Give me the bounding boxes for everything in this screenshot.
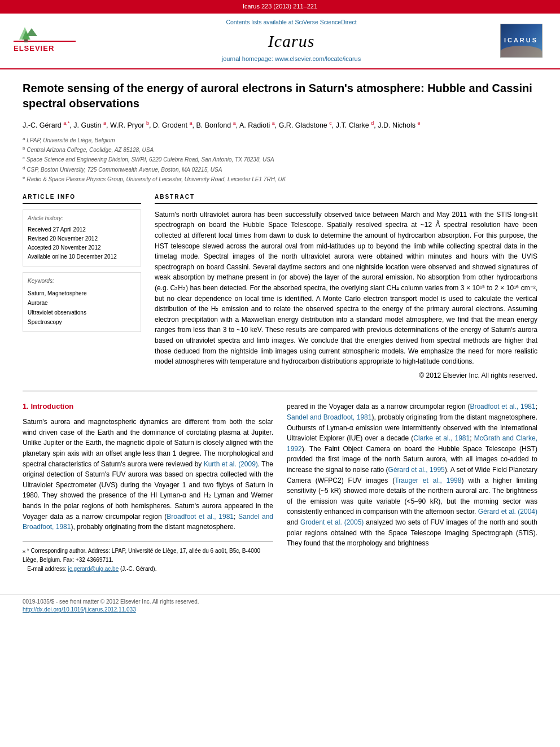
- icarus-logo-image: ICARUS: [500, 24, 542, 58]
- icarus-logo-box: ICARUS: [496, 24, 546, 58]
- intro-left-text: Saturn's aurora and magnetospheric dynam…: [23, 417, 273, 532]
- ref-kurth-2009[interactable]: Kurth et al. (2009): [204, 460, 258, 468]
- abstract-text-content: Saturn's north ultraviolet aurora has be…: [155, 211, 537, 365]
- ref-gerard-1995[interactable]: Gérard et al., 1995: [388, 466, 445, 474]
- authors-line: J.-C. Gérard a,*, J. Gustin a, W.R. Pryo…: [23, 119, 537, 131]
- body-right-col: peared in the Voyager data as a narrow c…: [287, 401, 537, 573]
- main-content: Remote sensing of the energy of auroral …: [0, 69, 560, 585]
- homepage-url[interactable]: www.elsevier.com/locate/icarus: [275, 55, 361, 62]
- received-date: Received 27 April 2012: [28, 225, 136, 234]
- abstract-col: ABSTRACT Saturn's north ultraviolet auro…: [155, 193, 537, 381]
- keyword-3: Ultraviolet observations: [28, 308, 136, 317]
- intro-right-text: peared in the Voyager data as a narrow c…: [287, 401, 537, 548]
- ref-sandel-1981[interactable]: Sandel and Broadfoot, 1981: [23, 513, 273, 531]
- sciverse-link[interactable]: SciVerse ScienceDirect: [295, 19, 356, 25]
- body-section: 1. Introduction Saturn's aurora and magn…: [23, 401, 537, 573]
- ref-broadfoot-1981[interactable]: Broadfoot et al., 1981: [167, 513, 234, 521]
- ref-mcgrath-1992[interactable]: McGrath and Clarke, 1992: [287, 434, 537, 453]
- sciverse-text: Contents lists available at: [226, 19, 295, 25]
- journal-homepage: journal homepage: www.elsevier.com/locat…: [87, 55, 496, 64]
- keywords-label: Keywords:: [28, 277, 136, 286]
- ref-sandel-1981b[interactable]: Sandel and Broadfoot, 1981: [287, 413, 371, 421]
- footnote-email-line: E-mail address: jc.gerard@ulg.ac.be (J.-…: [23, 565, 273, 574]
- bottom-bar: 0019-1035/$ - see front matter © 2012 El…: [0, 594, 560, 618]
- footnote-email-link[interactable]: jc.gerard@ulg.ac.be: [68, 566, 119, 572]
- abstract-body: Saturn's north ultraviolet aurora has be…: [155, 209, 537, 381]
- footnote-email-label: E-mail address:: [27, 566, 68, 572]
- icarus-logo-text: ICARUS: [504, 36, 538, 45]
- online-date: Available online 10 December 2012: [28, 252, 136, 261]
- intro-section-title: 1. Introduction: [23, 401, 273, 412]
- footnote-star-text: * Corresponding author. Address: LPAP, U…: [23, 548, 260, 563]
- journal-title: Icarus: [87, 29, 496, 54]
- revised-date: Revised 20 November 2012: [28, 234, 136, 243]
- body-left-col: 1. Introduction Saturn's aurora and magn…: [23, 401, 273, 573]
- svg-text:ELSEVIER: ELSEVIER: [14, 44, 54, 53]
- article-info-col: ARTICLE INFO Article history: Received 2…: [23, 193, 141, 381]
- footnote-area: ⁎ * Corresponding author. Address: LPAP,…: [23, 541, 273, 574]
- sciverse-bar: Contents lists available at SciVerse Sci…: [87, 18, 496, 27]
- keyword-4: Spectroscopy: [28, 317, 136, 327]
- abstract-copyright: © 2012 Elsevier Inc. All rights reserved…: [155, 370, 537, 381]
- svg-rect-5: [24, 40, 28, 42]
- footnote-email-name: (J.-C. Gérard).: [120, 566, 156, 572]
- homepage-label: journal homepage:: [222, 55, 275, 62]
- section-divider: [23, 391, 537, 391]
- issn-text: 0019-1035/$ - see front matter © 2012 El…: [23, 599, 199, 605]
- article-info-title: ARTICLE INFO: [23, 193, 141, 204]
- article-title: Remote sensing of the energy of auroral …: [23, 81, 537, 111]
- journal-volume-bar: Icarus 223 (2013) 211–221: [0, 0, 560, 14]
- journal-center: Contents lists available at SciVerse Sci…: [87, 18, 496, 64]
- keywords-box: Keywords: Saturn, Magnetosphere Aurorae …: [23, 272, 141, 332]
- history-label: Article history:: [28, 215, 136, 223]
- ref-broadfoot-1981b[interactable]: Broadfoot et al., 1981: [470, 403, 535, 410]
- footnote-star: ⁎ * Corresponding author. Address: LPAP,…: [23, 547, 273, 565]
- abstract-title: ABSTRACT: [155, 193, 537, 204]
- ref-trauger-1998[interactable]: Trauger et al., 1998: [395, 477, 461, 484]
- article-history-box: Article history: Received 27 April 2012 …: [23, 209, 141, 267]
- affiliations: a LPAP, Université de Liège, Belgium b C…: [23, 136, 537, 185]
- elsevier-logo: ELSEVIER: [14, 24, 76, 58]
- ref-gerard-2004[interactable]: Gérard et al. (2004): [478, 508, 537, 516]
- doi-link[interactable]: http://dx.doi.org/10.1016/j.icarus.2012.…: [23, 606, 136, 613]
- accepted-date: Accepted 20 November 2012: [28, 243, 136, 252]
- ref-grodent-2005[interactable]: Grodent et al. (2005): [300, 518, 364, 526]
- svg-rect-0: [14, 41, 76, 42]
- keyword-2: Aurorae: [28, 298, 136, 308]
- volume-text: Icarus 223 (2013) 211–221: [243, 3, 317, 10]
- journal-header: ELSEVIER Contents lists available at Sci…: [0, 14, 560, 69]
- info-abstract-section: ARTICLE INFO Article history: Received 2…: [23, 193, 537, 381]
- ref-clarke-1981[interactable]: Clarke et al., 1981: [413, 434, 470, 442]
- keyword-1: Saturn, Magnetosphere: [28, 289, 136, 298]
